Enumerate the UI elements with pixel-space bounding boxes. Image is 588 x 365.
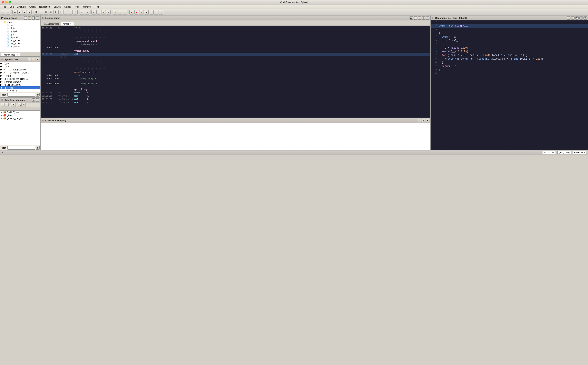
decompile-scroll-area[interactable]: 1 2 void * get_flag(void) 3 4 { 5 void *… [431, 21, 588, 150]
pt-open-button[interactable]: 📂 [28, 16, 31, 20]
sym-expand-fun[interactable]: ▶ [0, 84, 4, 86]
st-close-button[interactable]: ✕ [36, 58, 39, 61]
tree-item-bss[interactable]: 📄 .bss [0, 23, 40, 27]
tree-item-got-plt[interactable]: 📄 .got.plt [0, 30, 40, 33]
tree-item-fini-array[interactable]: 📄 .fini_array [0, 39, 40, 42]
decompile-close-btn[interactable]: ✕ [583, 16, 587, 20]
tab-program-tree[interactable]: Program Tree × [1, 53, 20, 56]
decompile-dropdown-btn[interactable]: ▼ [579, 16, 583, 20]
minimize-button[interactable] [5, 1, 7, 3]
diff2-button[interactable]: ≡ [106, 10, 111, 14]
sym-expand-dereg[interactable]: ▶ [0, 77, 4, 80]
console-lock-btn[interactable]: 🔒 [418, 119, 421, 122]
undefine-button[interactable]: U [49, 10, 53, 14]
analysis-stop-button[interactable]: ■ [134, 10, 139, 14]
dtm-expand-builtin[interactable]: ▶ [1, 111, 3, 113]
cursor-button[interactable]: ↖ [113, 10, 117, 14]
nav-next2-button[interactable]: ▶ [27, 10, 32, 14]
redo-button[interactable]: ↪ [85, 10, 89, 14]
dtm-fwd-btn[interactable]: → [5, 103, 9, 107]
menu-graph[interactable]: Graph [28, 5, 37, 8]
listing-close-btn[interactable]: ✕ [426, 16, 429, 20]
sym-item-dereg-tm[interactable]: ▶ f deregister_tm_clone… [0, 77, 40, 80]
sym-item-local-c[interactable]: L⚙ local_c [0, 89, 40, 92]
debugger-button[interactable]: ○ [159, 10, 163, 14]
import-button[interactable]: ⬇ [118, 10, 122, 14]
instruction-button[interactable]: I [39, 10, 43, 14]
dtm-filter-apply-btn[interactable]: ⚙ [36, 146, 40, 150]
dtm-filter-btn[interactable]: 🔍 [18, 103, 22, 107]
dtm-item-generic[interactable]: ▶ 📦 generic_clib_64 [0, 117, 40, 120]
pt-close-button[interactable]: ✕ [36, 16, 39, 20]
sym-item-start[interactable]: ▶ f _start [0, 74, 40, 77]
tree-item-init-array[interactable]: 📄 .init_array [0, 42, 40, 45]
references-button[interactable]: R [63, 10, 68, 14]
disassemble-button[interactable]: D [34, 10, 38, 14]
undo-button[interactable]: ↩ [80, 10, 84, 14]
dtm-dropdown-btn[interactable]: ▼ [11, 103, 16, 107]
sym-item-itm-dereg[interactable]: ▶ ⚙ _ITM_deregisterTM… [0, 68, 40, 71]
menu-window[interactable]: Window [81, 5, 93, 8]
symbol-filter-input[interactable] [7, 93, 35, 97]
capture-button[interactable]: □ [96, 10, 101, 14]
console-close-btn[interactable]: ✕ [426, 119, 429, 122]
sym-expand-fini[interactable]: ▶ [0, 62, 4, 65]
tree-item-ghost[interactable]: ▼ 📁 ghost [0, 21, 40, 23]
tree-item-eh-frame[interactable]: 📄 .eh_frame [0, 45, 40, 48]
console-edit-btn[interactable]: ✏ [422, 119, 425, 122]
sym-item-frame-dummy[interactable]: ▶ ⚙ frame_dummy [0, 80, 40, 83]
sym-expand-itm-reg[interactable]: ▶ [0, 71, 4, 74]
dtm-expand-ghost[interactable]: ▶ [1, 114, 3, 116]
check-button[interactable]: ✓ [91, 10, 96, 14]
dtm-item-ghost[interactable]: ▶ 🔴 ghost [0, 114, 40, 117]
function-button[interactable]: F [58, 10, 63, 14]
menu-select[interactable]: Select [63, 5, 72, 8]
sym-expand-get-flag[interactable]: ▼ [0, 87, 4, 89]
listing-compare-btn[interactable]: 📋 [414, 16, 417, 20]
tree-item-got[interactable]: 📄 .got [0, 33, 40, 36]
sym-expand-itm[interactable]: ▶ [0, 68, 4, 71]
export-button[interactable]: ⬆ [123, 10, 127, 14]
dtm-expand-generic[interactable]: ▶ [1, 117, 3, 119]
menu-file[interactable]: File [1, 5, 8, 8]
forward-button[interactable]: → [6, 10, 10, 14]
menu-navigation[interactable]: Navigation [38, 5, 51, 8]
menu-help[interactable]: Help [93, 5, 101, 8]
bookmarks-button[interactable]: B [73, 10, 77, 14]
tree-item-data[interactable]: 📄 .data [0, 27, 40, 30]
sym-expand-init[interactable]: ▶ [0, 65, 4, 68]
options-button[interactable]: □ [154, 10, 158, 14]
nav-prev2-button[interactable]: ◀ [22, 10, 27, 14]
tab-ghost[interactable]: *ghost × [61, 22, 74, 26]
decompile-copy-btn[interactable]: 📋 [571, 16, 574, 20]
keybind-button[interactable]: □ [149, 10, 154, 14]
decompile-save-btn[interactable]: 💾 [575, 16, 579, 20]
nav-prev-button[interactable]: ◀ [13, 10, 17, 14]
nav-next-button[interactable]: ▶ [17, 10, 22, 14]
script-button[interactable]: ▲ [144, 10, 149, 14]
sym-item-fini[interactable]: ▶ f _fini [0, 62, 40, 65]
menu-search[interactable]: Search [52, 5, 62, 8]
menu-edit[interactable]: Edit [8, 5, 15, 8]
sym-expand-fd[interactable]: ▶ [0, 80, 4, 83]
pt-save-button[interactable]: 💾 [32, 16, 35, 20]
define-data-button[interactable]: D [44, 10, 48, 14]
back-button[interactable]: ← [1, 10, 5, 14]
listing-snapshot-btn[interactable]: 📷 [410, 16, 413, 20]
dtm-dropdown-button[interactable]: ▼ [32, 98, 35, 102]
dtm-back-btn[interactable]: ← [1, 103, 5, 107]
listing-scroll-area[interactable]: 0010114f 00 ?? 0i **********************… [41, 26, 430, 118]
dtm-close-button[interactable]: ✕ [36, 98, 39, 102]
decompile-refresh-btn[interactable]: ↺ [567, 16, 570, 20]
traffic-lights[interactable] [2, 1, 11, 3]
dtm-clear-btn[interactable]: ✕ [22, 103, 26, 107]
st-new-button[interactable]: 📄 [28, 58, 31, 61]
pt-new-button[interactable]: 📄 [24, 16, 27, 20]
references2-button[interactable]: R [68, 10, 73, 14]
sym-item-itm-reg[interactable]: ▶ ⚙ _ITM_registerTMClo… [0, 71, 40, 74]
sym-item-init[interactable]: ▶ f _init [0, 65, 40, 68]
close-button[interactable] [2, 1, 4, 3]
tab-program-tree-close[interactable]: × [16, 54, 18, 56]
label-button[interactable]: L [54, 10, 58, 14]
sym-item-get-flag[interactable]: ▼ f get_flag [0, 86, 40, 89]
